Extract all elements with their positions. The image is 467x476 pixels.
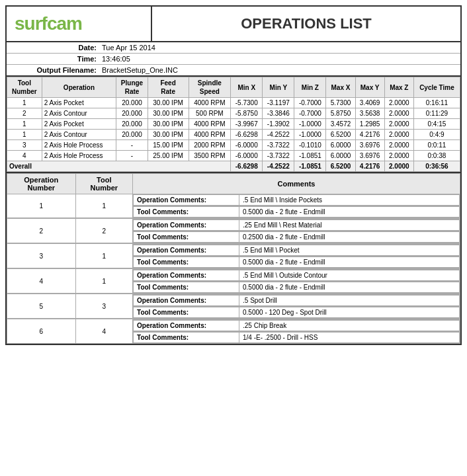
- col-max-z: Max Z: [384, 77, 413, 98]
- cell-spindle: 3500 RPM: [189, 151, 231, 161]
- cell-maxx: 6.5200: [326, 130, 355, 140]
- cell-operation: 2 Axis Pocket: [42, 98, 116, 108]
- cell-maxy: 3.4069: [355, 98, 384, 108]
- cell-operation: 2 Axis Contour: [42, 108, 116, 119]
- list-item: 6 4 Operation Comments: .25 Chip Break: [7, 319, 460, 332]
- table-row: 2 2 Axis Contour 20.000 30.00 IPM 500 RP…: [7, 108, 460, 119]
- cell-minx: -5.8750: [231, 108, 263, 119]
- col-min-y: Min Y: [263, 77, 294, 98]
- col-cycle-time: Cycle Time: [413, 77, 460, 98]
- cell-maxz: 2.0000: [384, 140, 413, 151]
- cell-feed: 25.00 IPM: [148, 151, 189, 161]
- list-item: 5 3 Operation Comments: .5 Spot Drill: [7, 294, 460, 307]
- comment-value: .25 End Mill \ Rest Material: [239, 219, 460, 231]
- cell-miny: -3.1197: [263, 98, 294, 108]
- cell-maxz: 2.0000: [384, 130, 413, 140]
- tool-number-cell: 1: [75, 243, 132, 268]
- comment-label: Operation Comments:: [134, 219, 239, 231]
- cell-maxx: 3.4572: [326, 119, 355, 130]
- comment-row: Operation Comments: .25 End Mill \ Rest …: [133, 218, 460, 231]
- comment-label: Tool Comments:: [134, 207, 239, 218]
- cell-minx: -6.6298: [231, 130, 263, 140]
- cell-plunge: 20.000: [116, 98, 148, 108]
- comment-value: .5 End Mill \ Inside Pockets: [239, 195, 460, 206]
- list-item: 1 1 Operation Comments: .5 End Mill \ In…: [7, 194, 460, 206]
- overall-minx: -6.6298: [231, 161, 263, 172]
- cell-minz: -1.0000: [294, 119, 326, 130]
- overall-maxy: 4.2176: [355, 161, 384, 172]
- cell-plunge: 20.000: [116, 119, 148, 130]
- date-value: Tue Apr 15 2014: [99, 42, 460, 53]
- cell-maxy: 1.2985: [355, 119, 384, 130]
- cell-minx: -5.7300: [231, 98, 263, 108]
- col-tool-number-2: ToolNumber: [75, 174, 132, 194]
- cell-feed: 30.00 IPM: [148, 130, 189, 140]
- comment-value: 0.2500 dia - 2 flute - Endmill: [239, 232, 460, 243]
- comment-label: Tool Comments:: [134, 257, 239, 268]
- comment-value: .5 End Mill \ Outside Contour: [239, 270, 460, 281]
- cell-minz: -0.1010: [294, 140, 326, 151]
- ops-table: ToolNumber Operation PlungeRate FeedRate…: [7, 77, 460, 172]
- comment-label: Tool Comments:: [134, 333, 239, 343]
- cell-minz: -1.0000: [294, 130, 326, 140]
- comment-value: .5 End Mill \ Pocket: [239, 245, 460, 256]
- comment-label: Operation Comments:: [134, 295, 239, 306]
- table-row: 4 2 Axis Hole Process - 25.00 IPM 3500 R…: [7, 151, 460, 161]
- time-value: 13:46:05: [99, 54, 460, 64]
- cell-spindle: 2000 RPM: [189, 140, 231, 151]
- cell-miny: -1.3902: [263, 119, 294, 130]
- overall-label: Overall: [7, 161, 231, 172]
- cell-cycle: 0:4:9: [413, 130, 460, 140]
- comment-row: Operation Comments: .5 End Mill \ Outsid…: [133, 268, 460, 282]
- cell-cycle: 0:16:11: [413, 98, 460, 108]
- time-row: Time: 13:46:05: [7, 54, 460, 65]
- table-row: 1 2 Axis Pocket 20.000 30.00 IPM 4000 RP…: [7, 98, 460, 108]
- col-op-number: OperationNumber: [7, 174, 76, 194]
- cell-operation: 2 Axis Hole Process: [42, 151, 116, 161]
- comments-section: OperationNumber ToolNumber Comments 1 1 …: [7, 173, 460, 344]
- overall-minz: -1.0851: [294, 161, 326, 172]
- cell-tool: 1: [7, 130, 42, 140]
- tool-number-cell: 1: [75, 194, 132, 219]
- tool-number-cell: 2: [75, 218, 132, 243]
- info-section: Date: Tue Apr 15 2014 Time: 13:46:05 Out…: [7, 42, 460, 77]
- col-spindle-speed: SpindleSpeed: [189, 77, 231, 98]
- cell-maxx: 5.8750: [326, 108, 355, 119]
- col-operation: Operation: [42, 77, 116, 98]
- cell-minz: -0.7000: [294, 108, 326, 119]
- cell-minx: -3.9967: [231, 119, 263, 130]
- cell-operation: 2 Axis Hole Process: [42, 140, 116, 151]
- comment-row: Tool Comments: 0.5000 dia - 2 flute - En…: [133, 206, 460, 219]
- op-number-cell: 1: [7, 194, 76, 219]
- cell-cycle: 0:0:38: [413, 151, 460, 161]
- cell-maxz: 2.0000: [384, 98, 413, 108]
- comment-row: Tool Comments: 0.2500 dia - 2 flute - En…: [133, 231, 460, 244]
- logo: surfcam: [15, 13, 82, 34]
- cell-maxy: 3.5638: [355, 108, 384, 119]
- cell-spindle: 500 RPM: [189, 108, 231, 119]
- cell-minx: -6.0000: [231, 140, 263, 151]
- output-value: BracketSetup_One.INC: [99, 65, 460, 75]
- cell-tool: 3: [7, 140, 42, 151]
- cell-minz: -1.0851: [294, 151, 326, 161]
- comment-value: 0.5000 - 120 Deg - Spot Drill: [239, 307, 460, 318]
- cell-spindle: 4000 RPM: [189, 98, 231, 108]
- col-max-y: Max Y: [355, 77, 384, 98]
- comment-row: Tool Comments: 0.5000 dia - 2 flute - En…: [133, 282, 460, 294]
- cell-minz: -0.7000: [294, 98, 326, 108]
- op-number-cell: 2: [7, 218, 76, 243]
- cell-maxy: 3.6976: [355, 140, 384, 151]
- cell-cycle: 0:0:11: [413, 140, 460, 151]
- cell-spindle: 4000 RPM: [189, 130, 231, 140]
- cell-maxz: 2.0000: [384, 151, 413, 161]
- list-item: 3 1 Operation Comments: .5 End Mill \ Po…: [7, 243, 460, 257]
- comment-label: Operation Comments:: [134, 320, 239, 331]
- col-feed-rate: FeedRate: [148, 77, 189, 98]
- main-container: surfcam OPERATIONS LIST Date: Tue Apr 15…: [5, 5, 462, 345]
- cell-maxz: 2.0000: [384, 108, 413, 119]
- list-item: 4 1 Operation Comments: .5 End Mill \ Ou…: [7, 268, 460, 282]
- comments-table: OperationNumber ToolNumber Comments 1 1 …: [7, 173, 460, 344]
- cell-plunge: 20.000: [116, 130, 148, 140]
- cell-plunge: 20.000: [116, 108, 148, 119]
- cell-maxy: 3.6976: [355, 151, 384, 161]
